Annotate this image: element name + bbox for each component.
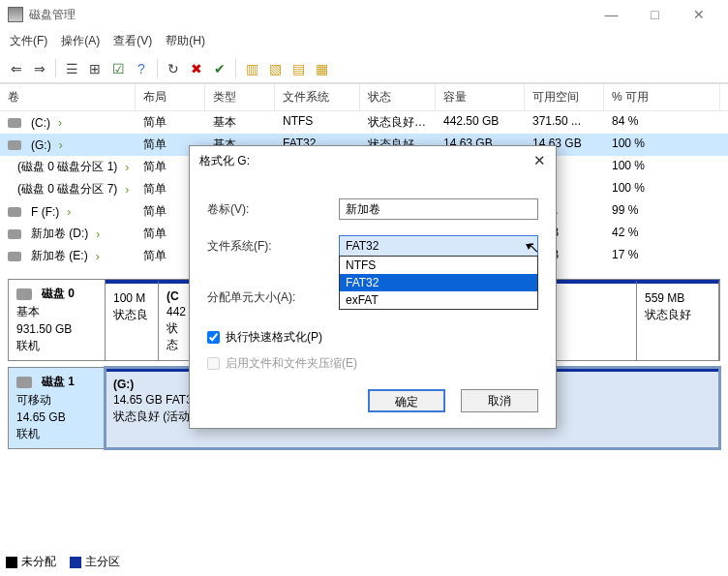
delete-icon[interactable]: ✖ [186, 58, 207, 79]
cancel-button[interactable]: 取消 [461, 389, 538, 412]
window-title: 磁盘管理 [29, 7, 590, 23]
disk-type: 基本 [16, 304, 97, 320]
filesystem-selected: FAT32 [346, 239, 379, 253]
table-header: 卷 布局 类型 文件系统 状态 容量 可用空间 % 可用 [0, 84, 728, 111]
legend-unallocated: 未分配 [6, 554, 56, 570]
disk-state: 联机 [16, 338, 97, 354]
field-filesystem: 文件系统(F): FAT32 ▾ NTFS FAT32 exFAT [207, 235, 538, 257]
menu-file[interactable]: 文件(F) [10, 33, 47, 49]
disk-name: 磁盘 0 [42, 286, 75, 302]
disk-name: 磁盘 1 [42, 374, 75, 390]
toolbar: ⇐ ⇒ ☰ ⊞ ☑ ? ↻ ✖ ✔ ▥ ▧ ▤ ▦ [0, 55, 728, 83]
volume-icon [8, 207, 21, 217]
volume-icon [8, 140, 21, 150]
disk-size: 931.50 GB [16, 322, 97, 336]
col-volume[interactable]: 卷 [0, 84, 136, 110]
partition[interactable]: 559 MB状态良好 [637, 280, 719, 360]
list-view-icon[interactable]: ☰ [61, 58, 82, 79]
maximize-button[interactable]: □ [633, 0, 677, 29]
tool-icon-3[interactable]: ▤ [288, 58, 309, 79]
close-button[interactable]: ✕ [677, 0, 720, 29]
separator [157, 59, 158, 78]
volume-icon [8, 118, 21, 128]
dialog-titlebar[interactable]: 格式化 G: ✕ [190, 146, 556, 175]
disk-label-1[interactable]: 磁盘 1 可移动 14.65 GB 联机 [9, 368, 106, 448]
chevron-down-icon: ▾ [526, 239, 531, 253]
legend: 未分配 主分区 [6, 554, 120, 570]
menu-view[interactable]: 查看(V) [113, 33, 152, 49]
window-controls: — □ ✕ [590, 0, 720, 29]
refresh-icon[interactable]: ↻ [163, 58, 184, 79]
options-icon[interactable]: ☑ [107, 58, 129, 79]
col-layout[interactable]: 布局 [136, 84, 205, 110]
col-status[interactable]: 状态 [360, 84, 436, 110]
partition[interactable]: 100 M状态良 [106, 280, 159, 360]
col-percent[interactable]: % 可用 [604, 84, 720, 110]
field-volume-label: 卷标(V): [207, 198, 538, 220]
label-allocation: 分配单元大小(A): [207, 289, 331, 306]
minimize-button[interactable]: — [590, 0, 633, 29]
col-type[interactable]: 类型 [205, 84, 275, 110]
back-icon[interactable]: ⇐ [6, 58, 27, 79]
filesystem-option-fat32[interactable]: FAT32 [340, 274, 537, 291]
app-icon [8, 7, 23, 22]
volume-icon [8, 252, 21, 261]
properties-icon[interactable]: ⊞ [84, 58, 106, 79]
label-filesystem: 文件系统(F): [207, 238, 331, 255]
forward-icon[interactable]: ⇒ [29, 58, 50, 79]
col-fs[interactable]: 文件系统 [275, 84, 360, 110]
volume-label-input[interactable] [339, 198, 538, 220]
dialog-close-icon[interactable]: ✕ [533, 152, 546, 169]
confirm-icon[interactable]: ✔ [209, 58, 230, 79]
dialog-buttons: 确定 取消 [207, 389, 538, 412]
quick-format-label: 执行快速格式化(P) [226, 329, 322, 346]
dialog-body: 卷标(V): 文件系统(F): FAT32 ▾ NTFS FAT32 exFAT… [190, 175, 556, 428]
format-dialog: 格式化 G: ✕ 卷标(V): 文件系统(F): FAT32 ▾ NTFS FA… [189, 145, 557, 429]
compression-checkbox [207, 357, 220, 370]
filesystem-combo-display[interactable]: FAT32 ▾ [339, 235, 538, 257]
menubar: 文件(F) 操作(A) 查看(V) 帮助(H) [0, 29, 728, 55]
checkbox-compression: 启用文件和文件夹压缩(E) [207, 355, 538, 372]
dialog-title: 格式化 G: [199, 153, 250, 169]
disk-icon [16, 288, 32, 300]
checkbox-quick-format[interactable]: 执行快速格式化(P) [207, 329, 538, 346]
tool-icon-2[interactable]: ▧ [264, 58, 286, 79]
quick-format-checkbox[interactable] [207, 331, 220, 344]
menu-action[interactable]: 操作(A) [61, 33, 100, 49]
tool-icon-1[interactable]: ▥ [241, 58, 262, 79]
filesystem-dropdown-list: NTFS FAT32 exFAT [339, 256, 538, 310]
tool-icon-4[interactable]: ▦ [311, 58, 332, 79]
disk-size: 14.65 GB [16, 410, 97, 424]
titlebar: 磁盘管理 — □ ✕ [0, 0, 728, 29]
volume-icon [8, 229, 21, 239]
compression-label: 启用文件和文件夹压缩(E) [226, 355, 357, 372]
help-icon[interactable]: ? [131, 58, 152, 79]
ok-button[interactable]: 确定 [368, 389, 445, 412]
filesystem-combo[interactable]: FAT32 ▾ NTFS FAT32 exFAT [339, 235, 538, 257]
disk-icon [16, 377, 32, 388]
col-free[interactable]: 可用空间 [525, 84, 604, 110]
disk-state: 联机 [16, 426, 97, 442]
table-row[interactable]: (C:)›简单基本NTFS状态良好 (...442.50 GB371.50 ..… [0, 111, 728, 134]
disk-label-0[interactable]: 磁盘 0 基本 931.50 GB 联机 [9, 280, 106, 360]
menu-help[interactable]: 帮助(H) [166, 33, 205, 49]
filesystem-option-exfat[interactable]: exFAT [340, 291, 537, 309]
col-capacity[interactable]: 容量 [436, 84, 525, 110]
filesystem-option-ntfs[interactable]: NTFS [340, 257, 537, 274]
disk-type: 可移动 [16, 392, 97, 409]
separator [235, 59, 236, 78]
separator [55, 59, 56, 78]
label-volume-label: 卷标(V): [207, 201, 331, 218]
legend-primary: 主分区 [70, 554, 120, 570]
